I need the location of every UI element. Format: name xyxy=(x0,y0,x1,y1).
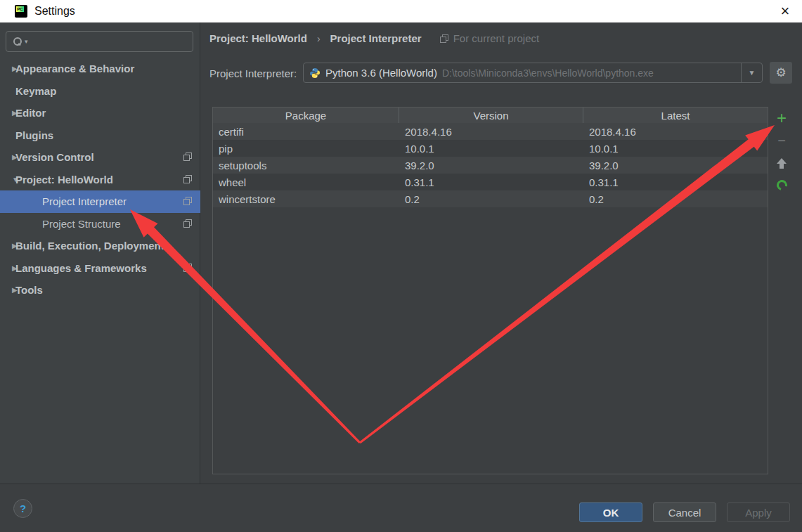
chevron-right-icon[interactable]: ▶ xyxy=(0,153,15,161)
sidebar-item-editor[interactable]: ▶ Editor xyxy=(0,102,200,124)
cell-version: 0.31.1 xyxy=(399,174,583,190)
cell-version: 2018.4.16 xyxy=(399,123,583,140)
ok-button[interactable]: OK xyxy=(579,502,642,522)
apply-button: Apply xyxy=(727,502,790,522)
per-project-icon xyxy=(183,175,192,183)
cell-latest: 10.0.1 xyxy=(583,140,768,157)
chevron-right-icon[interactable]: ▶ xyxy=(0,65,15,72)
table-row[interactable]: wincertstore 0.2 0.2 xyxy=(213,190,768,207)
per-project-icon xyxy=(183,219,192,228)
add-package-icon[interactable]: + xyxy=(770,109,793,127)
cell-package: setuptools xyxy=(213,157,399,174)
sidebar-item-project-structure[interactable]: Project Structure xyxy=(0,213,200,235)
chevron-right-icon[interactable]: ▶ xyxy=(0,286,15,294)
column-header-latest[interactable]: Latest xyxy=(583,108,768,123)
table-body: certifi 2018.4.16 2018.4.16 pip 10.0.1 1… xyxy=(213,123,768,207)
column-header-package[interactable]: Package xyxy=(213,108,399,123)
breadcrumb-separator-icon: › xyxy=(317,33,321,44)
sidebar-item-appearance-behavior[interactable]: ▶ Appearance & Behavior xyxy=(0,58,200,80)
upgrade-package-icon[interactable] xyxy=(770,154,793,172)
breadcrumb-page: Project Interpreter xyxy=(330,32,422,44)
cell-latest: 0.31.1 xyxy=(583,174,768,190)
cell-version: 39.2.0 xyxy=(399,157,583,174)
search-input[interactable]: ▾ xyxy=(6,31,193,52)
table-row[interactable]: wheel 0.31.1 0.31.1 xyxy=(213,174,768,190)
sidebar-item-plugins[interactable]: Plugins xyxy=(0,124,200,147)
cell-package: wincertstore xyxy=(213,190,399,207)
cancel-button[interactable]: Cancel xyxy=(653,502,716,522)
sidebar-item-keymap[interactable]: Keymap xyxy=(0,80,200,103)
project-interpreter-label: Project Interpreter: xyxy=(209,67,297,79)
per-project-icon xyxy=(183,197,192,205)
cell-package: certifi xyxy=(213,123,399,140)
sidebar-item-project-helloworld[interactable]: ▼ Project: HelloWorld xyxy=(0,169,200,191)
sidebar-item-project-interpreter[interactable]: Project Interpreter xyxy=(0,190,200,213)
table-row[interactable]: certifi 2018.4.16 2018.4.16 xyxy=(213,123,768,140)
interpreter-select[interactable]: Python 3.6 (HelloWorld) D:\tools\Minicon… xyxy=(303,63,763,83)
per-project-icon xyxy=(183,153,192,161)
table-header: Package Version Latest xyxy=(213,108,768,123)
help-icon[interactable]: ? xyxy=(13,499,32,518)
close-icon[interactable]: × xyxy=(772,0,798,22)
chevron-right-icon[interactable]: ▶ xyxy=(0,242,15,249)
cell-latest: 39.2.0 xyxy=(583,157,768,174)
sidebar-item-tools[interactable]: ▶ Tools xyxy=(0,279,200,301)
package-table: Package Version Latest certifi 2018.4.16… xyxy=(212,107,768,474)
footer-divider xyxy=(0,484,802,484)
combo-dropdown-icon[interactable]: ▼ xyxy=(741,63,762,82)
sidebar-item-version-control[interactable]: ▶ Version Control xyxy=(0,146,200,169)
for-current-project-note: For current project xyxy=(440,32,540,44)
title-bar: PC Settings × xyxy=(0,0,802,22)
pycharm-logo-icon: PC xyxy=(15,5,27,18)
per-project-icon xyxy=(440,34,448,43)
cell-package: wheel xyxy=(213,174,399,190)
cell-latest: 2018.4.16 xyxy=(583,123,768,140)
refresh-packages-icon[interactable] xyxy=(770,176,793,194)
python-icon xyxy=(309,67,321,79)
interpreter-name: Python 3.6 (HelloWorld) xyxy=(325,67,437,79)
chevron-right-icon[interactable]: ▶ xyxy=(0,264,15,272)
cell-version: 10.0.1 xyxy=(399,140,583,157)
table-row[interactable]: pip 10.0.1 10.0.1 xyxy=(213,140,768,157)
sidebar-item-build-execution-deployment[interactable]: ▶ Build, Execution, Deployment xyxy=(0,235,200,257)
table-row[interactable]: setuptools 39.2.0 39.2.0 xyxy=(213,157,768,174)
gear-icon[interactable]: ⚙ xyxy=(770,62,792,84)
chevron-down-icon[interactable]: ▼ xyxy=(0,176,15,183)
search-caret-icon: ▾ xyxy=(25,38,28,45)
settings-tree: ▶ Appearance & Behavior Keymap ▶ Editor … xyxy=(0,58,200,301)
cell-package: pip xyxy=(213,140,399,157)
cell-latest: 0.2 xyxy=(583,190,768,207)
settings-sidebar: ▾ ▶ Appearance & Behavior Keymap ▶ Edito… xyxy=(0,22,200,484)
sidebar-item-languages-frameworks[interactable]: ▶ Languages & Frameworks xyxy=(0,257,200,280)
window-title: Settings xyxy=(34,5,75,18)
column-header-version[interactable]: Version xyxy=(399,108,583,123)
remove-package-icon[interactable]: − xyxy=(770,131,793,150)
per-project-icon xyxy=(183,264,192,272)
breadcrumb: Project: HelloWorld › Project Interprete… xyxy=(209,32,539,44)
search-icon xyxy=(13,37,22,46)
cell-version: 0.2 xyxy=(399,190,583,207)
breadcrumb-project[interactable]: Project: HelloWorld xyxy=(209,32,307,44)
chevron-right-icon[interactable]: ▶ xyxy=(0,109,15,117)
interpreter-path: D:\tools\Miniconda3\envs\HelloWorld\pyth… xyxy=(442,67,741,79)
